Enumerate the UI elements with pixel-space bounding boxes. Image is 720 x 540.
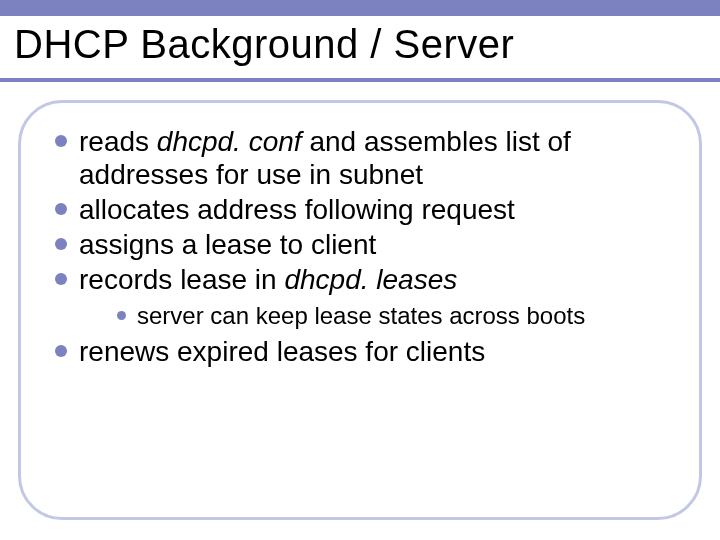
emphasis-dhcpd-leases: dhcpd. leases: [284, 264, 457, 295]
content-card: reads dhcpd. conf and assembles list of …: [18, 100, 702, 520]
text: records lease in: [79, 264, 284, 295]
title-underline: [0, 78, 720, 82]
bullet-records: records lease in dhcpd. leases server ca…: [53, 263, 671, 331]
text: allocates address following request: [79, 194, 515, 225]
text: renews expired leases for clients: [79, 336, 485, 367]
text: server can keep lease states across boot…: [137, 302, 585, 329]
slide: DHCP Background / Server reads dhcpd. co…: [0, 0, 720, 540]
bullet-allocates: allocates address following request: [53, 193, 671, 226]
bullet-renews: renews expired leases for clients: [53, 335, 671, 368]
sub-bullet-server-keep: server can keep lease states across boot…: [117, 302, 671, 331]
emphasis-dhcpd-conf: dhcpd. conf: [157, 126, 310, 157]
bullet-reads: reads dhcpd. conf and assembles list of …: [53, 125, 671, 191]
accent-top-band: [0, 0, 720, 16]
bullet-list-level2: server can keep lease states across boot…: [79, 302, 671, 331]
text: assigns a lease to client: [79, 229, 376, 260]
slide-title: DHCP Background / Server: [14, 22, 514, 67]
text: reads: [79, 126, 157, 157]
bullet-assigns: assigns a lease to client: [53, 228, 671, 261]
bullet-list-level1: reads dhcpd. conf and assembles list of …: [53, 125, 671, 368]
